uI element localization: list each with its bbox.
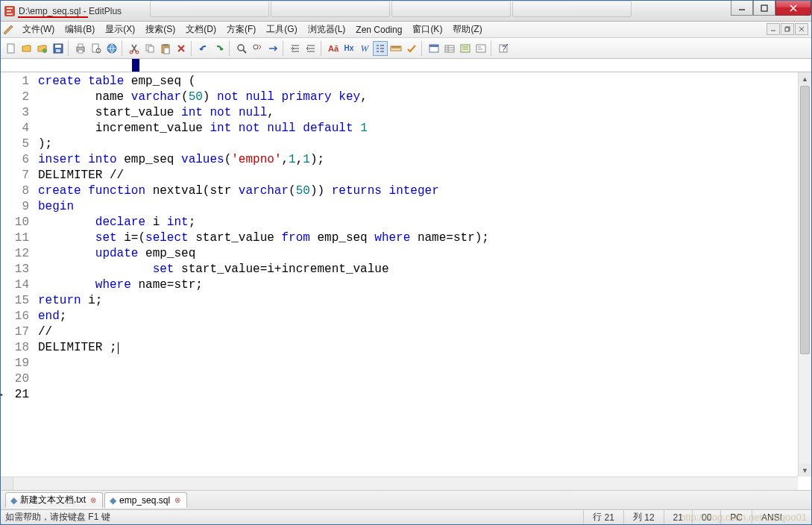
help-icon[interactable]: ? bbox=[496, 41, 511, 56]
svg-rect-1 bbox=[761, 5, 767, 11]
replace-icon[interactable] bbox=[250, 41, 265, 56]
menu-search[interactable]: 搜索(S) bbox=[140, 22, 180, 37]
horizontal-scrollbar[interactable] bbox=[1, 477, 798, 490]
separator bbox=[491, 41, 494, 56]
menu-zen[interactable]: Zen Coding bbox=[350, 23, 407, 37]
open-remote-icon[interactable] bbox=[35, 41, 50, 56]
output-icon[interactable] bbox=[473, 41, 488, 56]
browser-icon[interactable] bbox=[104, 41, 119, 56]
menu-help[interactable]: 帮助(Z) bbox=[447, 22, 487, 37]
copy-icon[interactable] bbox=[142, 41, 157, 56]
delete-icon[interactable] bbox=[174, 41, 189, 56]
line-gutter: 123456789101112131415161718192021 bbox=[1, 72, 38, 490]
svg-rect-29 bbox=[476, 45, 485, 52]
separator bbox=[421, 41, 424, 56]
directory-icon[interactable] bbox=[442, 41, 457, 56]
svg-rect-3 bbox=[785, 28, 789, 31]
mdi-close-button[interactable] bbox=[795, 23, 808, 35]
toolbar: Aā Hx W ? bbox=[1, 38, 811, 59]
separator bbox=[68, 41, 71, 56]
svg-rect-18 bbox=[148, 46, 154, 52]
bg-tab bbox=[150, 1, 269, 17]
brush-icon[interactable] bbox=[2, 24, 14, 36]
maximize-button[interactable] bbox=[753, 1, 775, 16]
font-aa-icon[interactable]: Aā bbox=[326, 41, 341, 56]
app-icon bbox=[4, 5, 16, 17]
save-icon[interactable] bbox=[51, 41, 66, 56]
outdent-icon[interactable] bbox=[303, 41, 318, 56]
tab-label: emp_seq.sql bbox=[119, 495, 170, 506]
menu-window[interactable]: 窗口(K) bbox=[407, 22, 447, 37]
mdi-controls bbox=[767, 23, 808, 35]
menu-view[interactable]: 显示(X) bbox=[100, 22, 140, 37]
status-zero: 00 bbox=[692, 510, 720, 524]
print-icon[interactable] bbox=[73, 41, 88, 56]
tab-label: 新建文本文档.txt bbox=[20, 494, 86, 506]
hex-icon[interactable]: Hx bbox=[342, 41, 356, 56]
line-number-icon[interactable] bbox=[373, 41, 388, 56]
window-list-icon[interactable] bbox=[427, 41, 441, 56]
svg-rect-11 bbox=[78, 50, 83, 53]
new-file-icon[interactable] bbox=[4, 41, 19, 56]
menu-project[interactable]: 方案(F) bbox=[221, 22, 261, 37]
paste-icon[interactable] bbox=[158, 41, 173, 56]
minimize-button[interactable] bbox=[731, 1, 753, 16]
mdi-minimize-button[interactable] bbox=[767, 23, 780, 35]
indent-icon[interactable] bbox=[288, 41, 303, 56]
vertical-scrollbar[interactable]: ▲ ▼ bbox=[798, 72, 811, 477]
file-icon: ◆ bbox=[110, 495, 116, 506]
status-mode: PC bbox=[720, 510, 752, 524]
svg-rect-8 bbox=[56, 49, 60, 52]
svg-rect-26 bbox=[429, 45, 438, 47]
title-underline bbox=[18, 16, 88, 18]
separator bbox=[122, 41, 125, 56]
separator bbox=[321, 41, 324, 56]
svg-rect-7 bbox=[55, 45, 61, 48]
separator bbox=[191, 41, 194, 56]
svg-rect-27 bbox=[445, 45, 454, 52]
tab-close-icon[interactable]: ⊗ bbox=[174, 496, 180, 504]
menu-file[interactable]: 文件(W) bbox=[17, 22, 60, 37]
window-controls bbox=[731, 1, 811, 16]
doc-tab-2[interactable]: ◆ emp_seq.sql ⊗ bbox=[104, 492, 187, 508]
window-title: D:\emp_seq.sql - EditPlus bbox=[19, 6, 122, 16]
status-bar: 如需帮助，请按键盘 F1 键 行 21 列 12 21 00 PC ANSI bbox=[1, 509, 811, 524]
menu-tools[interactable]: 工具(G) bbox=[261, 22, 302, 37]
status-count: 21 bbox=[664, 510, 692, 524]
status-line: 行 21 bbox=[583, 510, 623, 524]
doc-tab-1[interactable]: ◆ 新建文本文档.txt ⊗ bbox=[5, 492, 103, 508]
goto-icon[interactable] bbox=[265, 41, 280, 56]
scroll-up-arrow[interactable]: ▲ bbox=[799, 72, 811, 85]
status-encoding: ANSI bbox=[752, 510, 811, 524]
tab-close-icon[interactable]: ⊗ bbox=[90, 496, 96, 504]
mdi-restore-button[interactable] bbox=[781, 23, 794, 35]
cliptext-icon[interactable] bbox=[458, 41, 473, 56]
code-area[interactable]: create table emp_seq ( name varchar(50) … bbox=[38, 72, 811, 490]
scroll-down-arrow[interactable]: ▼ bbox=[799, 464, 811, 477]
ruler: ----+----1----+----2----+----3----+----4… bbox=[1, 59, 811, 72]
editor[interactable]: 123456789101112131415161718192021 create… bbox=[1, 72, 811, 490]
undo-icon[interactable] bbox=[196, 41, 211, 56]
menu-edit[interactable]: 编辑(B) bbox=[60, 22, 100, 37]
redo-icon[interactable] bbox=[212, 41, 227, 56]
cut-icon[interactable] bbox=[127, 41, 142, 56]
menu-browser[interactable]: 浏览器(L) bbox=[303, 22, 351, 37]
svg-rect-12 bbox=[92, 44, 98, 52]
find-icon[interactable] bbox=[234, 41, 249, 56]
document-tab-bar: ◆ 新建文本文档.txt ⊗ ◆ emp_seq.sql ⊗ bbox=[1, 490, 811, 509]
status-col: 列 12 bbox=[623, 510, 664, 524]
open-file-icon[interactable] bbox=[19, 41, 34, 56]
print-preview-icon[interactable] bbox=[89, 41, 104, 56]
ruler-icon[interactable] bbox=[388, 41, 403, 56]
wrap-icon[interactable]: W bbox=[357, 41, 372, 56]
svg-rect-28 bbox=[461, 45, 470, 52]
file-icon: ◆ bbox=[10, 495, 17, 506]
separator bbox=[229, 41, 232, 56]
menu-document[interactable]: 文档(D) bbox=[180, 22, 221, 37]
status-help: 如需帮助，请按键盘 F1 键 bbox=[1, 511, 583, 524]
background-tabs bbox=[150, 1, 632, 19]
close-button[interactable] bbox=[775, 1, 811, 16]
menu-bar: 文件(W) 编辑(B) 显示(X) 搜索(S) 文档(D) 方案(F) 工具(G… bbox=[1, 22, 811, 38]
scroll-thumb[interactable] bbox=[800, 86, 810, 354]
spell-check-icon[interactable] bbox=[404, 41, 419, 56]
